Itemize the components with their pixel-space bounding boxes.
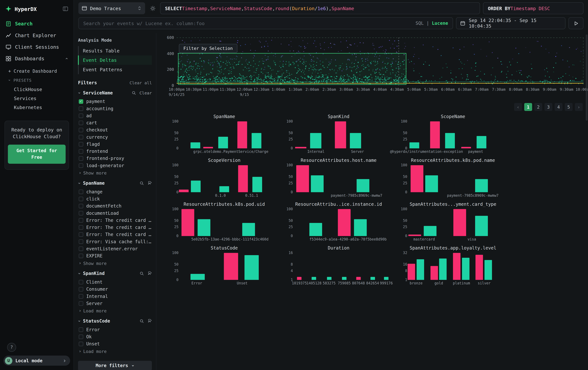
checkbox[interactable]: [79, 225, 83, 230]
heatmap-plot[interactable]: Filter by Selection: [177, 38, 584, 85]
gear-icon[interactable]: [148, 2, 157, 14]
preset-clickhouse[interactable]: ClickHouse: [8, 85, 68, 94]
clear-all-button[interactable]: Clear all: [129, 80, 152, 85]
pagination-page-2[interactable]: 2: [534, 103, 542, 111]
filter-option-frontend-proxy[interactable]: frontend-proxy: [78, 155, 152, 162]
local-mode-button[interactable]: U Local mode ›: [3, 356, 70, 366]
filter-group-statuscode[interactable]: ›StatusCode: [78, 319, 152, 324]
mini-chart-statuscode[interactable]: StatusCode10050250ErrorUnset: [168, 245, 281, 285]
pagination-page-3[interactable]: 3: [545, 103, 552, 111]
checkbox[interactable]: [79, 294, 83, 298]
checkbox[interactable]: [79, 106, 83, 111]
checkbox[interactable]: [79, 197, 83, 201]
get-started-button[interactable]: Get Started for Free: [8, 145, 66, 164]
mini-chart-resourceattributes-k8s-pod-uid[interactable]: ResourceAttributes.k8s.pod.uid100502505e…: [168, 201, 281, 242]
filter-option-click[interactable]: click: [78, 195, 152, 202]
sidebar-item-dashboards[interactable]: Dashboards›: [0, 53, 74, 64]
sidebar-item-search[interactable]: Search: [0, 18, 74, 30]
checkbox[interactable]: [79, 149, 83, 153]
checkbox[interactable]: [79, 218, 83, 222]
checkbox[interactable]: [79, 280, 83, 284]
pagination-prev-button[interactable]: ‹: [514, 103, 522, 111]
mini-chart-duration[interactable]: Duration16841101937514051285832757590858…: [283, 245, 395, 285]
checkbox[interactable]: [79, 128, 83, 132]
filter-group-spankind[interactable]: ›SpanKind: [78, 271, 152, 276]
mini-chart-scopeversion[interactable]: ScopeVersion100502500.1.00.51.1: [168, 158, 281, 198]
checkbox[interactable]: [79, 211, 83, 215]
checkbox[interactable]: [79, 239, 83, 244]
load-more-spanname[interactable]: ›Show more: [78, 259, 152, 266]
order-by-editor[interactable]: ORDER BY Timestamp DESC: [483, 2, 584, 14]
pin-icon[interactable]: [147, 181, 152, 185]
mini-chart-scopename[interactable]: ScopeName10050250@hyperdx/instrumentatio…: [397, 114, 509, 154]
filter-option-error-the-credit-card[interactable]: Error: The credit card (…: [78, 217, 152, 224]
load-more-spankind[interactable]: ›Load more: [78, 307, 152, 313]
checkbox[interactable]: [79, 113, 83, 118]
checkbox[interactable]: [79, 163, 83, 168]
pagination-next-button[interactable]: ›: [575, 103, 583, 111]
load-more-servicename[interactable]: ›Show more: [78, 169, 152, 176]
mini-chart-resourceattributes-host-name[interactable]: ResourceAttributes.host.name10050250paym…: [283, 158, 395, 198]
source-select[interactable]: Demo Traces: [78, 2, 145, 14]
filter-option-documentload[interactable]: documentLoad: [78, 210, 152, 217]
filter-option-error-visa-cache-full[interactable]: Error: Visa cache full: …: [78, 238, 152, 245]
language-toggle[interactable]: SQL | Lucene: [416, 20, 448, 26]
filter-option-consumer[interactable]: Consumer: [78, 286, 152, 293]
checkbox[interactable]: [79, 120, 83, 125]
search-icon[interactable]: [139, 181, 144, 185]
search-icon[interactable]: [139, 319, 144, 323]
filter-option-internal[interactable]: Internal: [78, 293, 152, 300]
filter-option-accounting[interactable]: accounting: [78, 105, 152, 112]
analysis-mode-event-patterns[interactable]: Event Patterns: [78, 65, 152, 74]
analysis-mode-results-table[interactable]: Results Table: [78, 46, 152, 55]
checkbox[interactable]: [79, 156, 83, 160]
presets-toggle[interactable]: › PRESETS: [8, 76, 68, 85]
checkbox[interactable]: [79, 287, 83, 291]
checkbox[interactable]: [79, 246, 83, 251]
sql-select-editor[interactable]: SELECT Timestamp, ServiceName, StatusCod…: [160, 2, 480, 14]
search-input[interactable]: [83, 20, 412, 26]
filter-option-ad[interactable]: ad: [78, 112, 152, 119]
filter-option-error-the-credit-card[interactable]: Error: The credit card (…: [78, 231, 152, 238]
scrollbar[interactable]: [586, 34, 588, 121]
mini-chart-spanattributes-yment-card-type[interactable]: SpanAttributes...yment.card_type10050250…: [397, 201, 509, 242]
load-more-statuscode[interactable]: ›Load more: [78, 347, 152, 354]
checkbox[interactable]: [79, 232, 83, 237]
preset-services[interactable]: Services: [8, 94, 68, 103]
more-filters-button[interactable]: More filters ›: [78, 361, 152, 370]
checkbox[interactable]: [79, 327, 83, 332]
sidebar-item-chart-explorer[interactable]: Chart Explorer: [0, 30, 74, 41]
filter-group-spanname[interactable]: ›SpanName: [78, 181, 152, 186]
checkbox[interactable]: [79, 142, 83, 146]
create-dashboard-button[interactable]: + Create Dashboard: [8, 67, 68, 76]
filter-option-payment[interactable]: payment: [78, 98, 152, 105]
pin-icon[interactable]: [147, 319, 152, 323]
checkbox[interactable]: [79, 334, 83, 339]
mini-chart-spanattributes-app-loyalty-level[interactable]: SpanAttributes.app.loyalty.level321681br…: [397, 245, 509, 285]
filter-option-cart[interactable]: cart: [78, 119, 152, 126]
mini-chart-resourceattributes-k8s-pod-name[interactable]: ResourceAttributes.k8s.pod.name10050250p…: [397, 158, 509, 198]
checkbox[interactable]: [79, 341, 83, 346]
checkbox[interactable]: [79, 301, 83, 306]
sidebar-item-client-sessions[interactable]: Client Sessions: [0, 41, 74, 53]
checkbox[interactable]: [79, 204, 83, 208]
filter-option-change[interactable]: change: [78, 188, 152, 195]
filter-option-expire[interactable]: EXPIRE: [78, 252, 152, 259]
search-icon[interactable]: [132, 91, 136, 95]
filter-option-client[interactable]: Client: [78, 278, 152, 285]
filter-option-unset[interactable]: Unset: [78, 340, 152, 347]
filter-option-checkout[interactable]: checkout: [78, 126, 152, 133]
filter-option-error-the-credit-card[interactable]: Error: The credit card (…: [78, 224, 152, 231]
filter-option-eventlistener-error[interactable]: eventListener.error: [78, 245, 152, 252]
pagination-page-1[interactable]: 1: [524, 103, 532, 111]
filter-option-ok[interactable]: Ok: [78, 333, 152, 340]
preset-kubernetes[interactable]: Kubernetes: [8, 103, 68, 112]
analysis-mode-event-deltas[interactable]: Event Deltas: [78, 56, 152, 65]
pin-icon[interactable]: [147, 271, 152, 276]
filter-option-error[interactable]: Error: [78, 326, 152, 333]
mini-chart-spanname[interactable]: SpanName10050250grpc.oteldemo.PaymentSer…: [168, 114, 281, 154]
mini-chart-resourceattribu-ice-instance-id[interactable]: ResourceAttribu..ice.instance.id10050250…: [283, 201, 395, 242]
checkbox[interactable]: [79, 135, 83, 139]
filter-option-currency[interactable]: currency: [78, 133, 152, 140]
filter-option-documentfetch[interactable]: documentFetch: [78, 202, 152, 210]
